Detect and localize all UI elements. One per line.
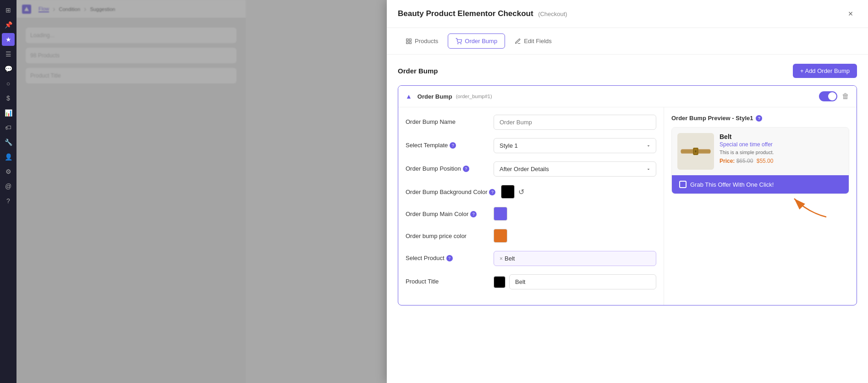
chevron-icon: ▲ [406,93,412,100]
position-help-icon[interactable]: ? [463,166,469,172]
form-row-bg-color: Order Bump Background Color ? ↺ [406,185,656,199]
svg-rect-11 [695,150,697,152]
ob-toggle[interactable] [819,91,837,101]
price-color-label: Order bump price color [406,229,488,239]
name-input[interactable] [494,115,656,130]
product-title-color-swatch[interactable] [494,276,505,288]
preview-desc: This is a simple product. [720,150,843,155]
ob-title: Order Bump [418,93,452,100]
product-title-label: Product Title [406,274,488,285]
sidebar-icon-chart[interactable]: 📊 [2,106,15,119]
template-label: Select Template ? [406,138,488,149]
template-help-icon[interactable]: ? [450,142,456,149]
preview-header: Order Bump Preview - Style1 ? [671,115,849,122]
preview-help-icon[interactable]: ? [756,115,762,122]
sidebar-icon-pin[interactable]: 📌 [2,18,15,31]
bg-color-control: ↺ [501,185,656,199]
preview-card: Belt Special one time offer This is a si… [671,127,849,194]
ob-card-actions: 🗑 [819,91,849,101]
price-color-swatch[interactable] [494,229,507,243]
product-tag: × Belt [500,255,515,262]
preview-price: Price: $65.00 $55.00 [720,158,843,164]
name-label: Order Bump Name [406,115,488,125]
product-title-input[interactable] [509,274,656,289]
price-color-control [494,229,656,243]
svg-rect-3 [407,42,408,44]
form-row-template: Select Template ? Style 1 Style 2 Style … [406,138,656,153]
tab-edit-fields-label: Edit Fields [524,38,552,44]
svg-point-6 [461,43,461,44]
cta-label: Grab This Offer With One Click! [690,181,774,188]
modal-close-button[interactable]: × [844,7,857,20]
main-color-control [494,207,656,221]
arrow-annotation [671,194,849,226]
position-select[interactable]: After Order Details Before Order Details… [494,161,656,177]
modal: Beauty Product Elementor Checkout (Check… [387,0,868,383]
sidebar-icon-chat[interactable]: 💬 [2,62,15,75]
sidebar-icon-user[interactable]: 👤 [2,150,15,163]
sidebar-icon-tag[interactable]: 🏷 [2,121,15,134]
bg-color-reset-icon[interactable]: ↺ [518,188,524,196]
main-color-row [494,207,656,221]
ob-delete-button[interactable]: 🗑 [842,92,849,100]
svg-point-5 [458,43,458,44]
sidebar-icon-circle[interactable]: ○ [2,77,15,90]
form-row-position: Order Bump Position ? After Order Detail… [406,161,656,177]
sidebar-icon-highlight[interactable]: ★ [2,33,15,46]
product-tag-label: Belt [505,255,515,262]
svg-rect-4 [409,42,411,44]
add-order-bump-button[interactable]: + Add Order Bump [793,64,857,78]
modal-title-area: Beauty Product Elementor Checkout (Check… [398,9,567,18]
ob-body: Order Bump Name Select Template ? [398,107,857,305]
modal-subtitle: (Checkout) [538,11,567,17]
bg-color-label: Order Bump Background Color ? [406,185,495,195]
preview-price-old: $65.00 [736,158,753,164]
modal-header: Beauty Product Elementor Checkout (Check… [387,0,868,28]
sidebar-icon-help[interactable]: ? [2,194,15,207]
product-help-icon[interactable]: ? [446,255,453,261]
ob-card-header: ▲ Order Bump (order_bump#1) 🗑 [398,86,857,107]
preview-info: Belt Special one time offer This is a si… [720,133,843,164]
bg-color-swatch[interactable] [501,185,515,199]
sidebar-icon-home[interactable]: ⊞ [2,4,15,17]
sidebar-icon-settings[interactable]: ⚙ [2,165,15,178]
order-bump-card: ▲ Order Bump (order_bump#1) 🗑 [398,85,857,305]
modal-content: Order Bump + Add Order Bump ▲ Order Bump… [387,55,868,383]
ob-badge: (order_bump#1) [456,94,492,99]
price-color-row [494,229,656,243]
name-control [494,115,656,130]
bg-color-help-icon[interactable]: ? [489,189,495,195]
form-row-product-title: Product Title [406,274,656,289]
form-row-name: Order Bump Name [406,115,656,130]
bg-color-row: ↺ [501,185,656,199]
ob-form: Order Bump Name Select Template ? [398,107,664,305]
arrow-svg [771,189,845,222]
product-select-field[interactable]: × Belt [494,251,656,266]
form-row-main-color: Order Bump Main Color ? [406,207,656,221]
sidebar-icon-at[interactable]: @ [2,180,15,193]
tab-edit-fields[interactable]: Edit Fields [507,33,560,49]
ob-card-title-area: ▲ Order Bump (order_bump#1) [406,93,492,100]
main-color-swatch[interactable] [494,207,507,221]
belt-image-svg [679,142,712,161]
modal-overlay: Beauty Product Elementor Checkout (Check… [16,0,868,383]
tab-order-bump-label: Order Bump [465,38,497,44]
ob-preview: Order Bump Preview - Style1 ? [664,107,857,305]
tab-products[interactable]: Products [398,33,446,49]
section-header: Order Bump + Add Order Bump [398,64,857,78]
toggle-knob [828,92,836,100]
main-color-help-icon[interactable]: ? [470,211,477,217]
product-title-control [494,274,656,289]
product-tag-remove[interactable]: × [500,255,503,262]
main-color-label: Order Bump Main Color ? [406,207,488,217]
sidebar-icon-dollar[interactable]: $ [2,92,15,105]
tab-order-bump[interactable]: Order Bump [448,33,505,49]
template-select[interactable]: Style 1 Style 2 Style 3 [494,138,656,153]
preview-product-name: Belt [720,133,843,140]
tab-products-label: Products [415,38,438,44]
section-title: Order Bump [398,67,438,75]
sidebar-icon-wrench[interactable]: 🔧 [2,136,15,149]
sidebar-icon-list[interactable]: ☰ [2,48,15,61]
product-control: × Belt [494,251,656,266]
product-label: Select Product ? [406,251,488,261]
